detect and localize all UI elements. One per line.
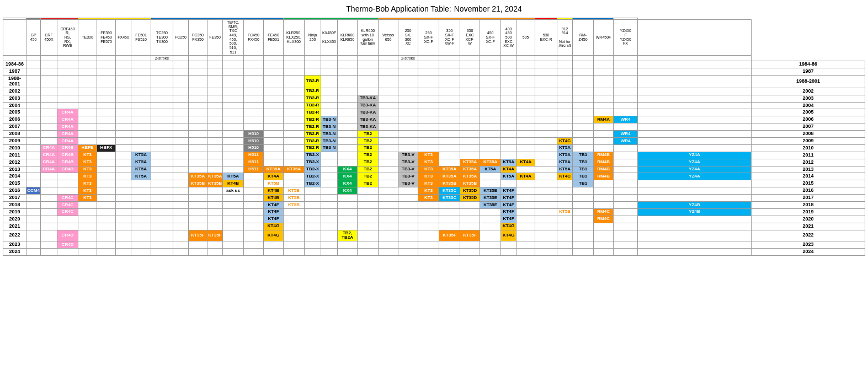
cell-ktm450sxf [501,137,516,144]
cell-klr650tank [379,180,398,187]
year-label-end: 2012 [752,159,865,166]
cell-ccm [26,137,41,144]
cell-tb3v_versys [398,131,418,138]
cell-rmz450 [594,123,614,131]
cell-crf450x [41,102,57,109]
cell-wr450f [614,216,638,223]
cell-fe390 [97,123,116,131]
cell-fe350hq: KT5A [223,173,244,180]
cell-fc250 [173,109,189,116]
cell-fc350hq [207,166,223,173]
cell-tb3v_versys: TB3-V [398,152,418,159]
cell-te449: H510 [244,137,264,144]
cell-ktm350sxf [460,202,480,209]
cell-tb3v_versys [398,102,418,109]
cell-wr450f [614,195,638,202]
cell-rotax: TB1 [573,152,594,159]
table-row: 2020KT4FKT4FRM4C2020 [3,216,865,223]
cell-fx450 [116,202,131,209]
cell-ktm250sxf [439,202,460,209]
table-row: 2002TB2-R2002 [3,88,865,95]
cell-fe350hq [223,159,244,166]
cell-klr250: TB2-X [305,152,321,159]
col-fc250: FC250 [173,20,189,56]
cell-fc350hq: KT35B [207,180,223,187]
cell-ktm400exc [516,195,535,202]
cell-rotax [573,187,594,195]
cell-fc250 [173,61,189,68]
cell-fc450hq [264,249,284,256]
cell-crf450x: CR4A [41,159,57,166]
cell-fc450hq [264,123,284,131]
cell-klr650tank [379,249,398,256]
cell-ktm400exc: KT4A [516,159,535,166]
cell-ccm [26,144,41,152]
cell-ktm250sxf [439,109,460,116]
cell-te300: HBFE [78,144,97,152]
cell-crf450x: CR4A [41,166,57,173]
cell-tc250 [151,223,173,230]
cell-klr650tank [379,187,398,195]
cell-kx450f: KX4 [338,180,358,187]
cell-klr600: TB2 [358,144,379,152]
cell-fe390 [97,202,116,209]
table-row: 2011CR4ACR4BKT3KT5AH511TB2-XTB2TB3-VKT3K… [3,152,865,159]
cell-fc250hq [189,159,207,166]
cell-ktm250sx [418,95,439,102]
cell-crf450r [57,75,78,88]
col-klr600: KLR600KLR650 [338,20,358,56]
cell-crf450r: CR4B [57,152,78,159]
cell-fe501 [131,61,151,68]
cell-ktm350exc [480,180,501,187]
cell-rotax [573,68,594,76]
cell-ktm400exc [516,102,535,109]
cell-rmz450 [594,131,614,138]
cell-fc250 [173,75,189,88]
cell-tb3v_versys: TB3-V [398,180,418,187]
table-row: 2008CR4AH510TB2-RTB3-NTB2WR42008 [3,131,865,138]
cell-tc250 [151,216,173,223]
cell-fx450 [116,152,131,159]
cell-crf450x [41,109,57,116]
cell-klr600: TB2 [358,166,379,173]
cell-kx450f: KX4 [338,166,358,173]
cell-tc250 [151,116,173,123]
cell-kx450f [338,152,358,159]
cell-tb3n_ninja [321,159,338,166]
cell-klr600: TB2 [358,131,379,138]
cell-ktm350exc [480,241,501,249]
cell-fe450hq [284,131,305,138]
cell-yz450f [638,75,752,88]
cell-ktm350sxf [460,216,480,223]
cell-ktm530excr: KT4C [557,137,573,144]
cell-ktm530excr [557,68,573,76]
cell-tb3n_ninja [321,187,338,195]
cell-ktm350exc [480,173,501,180]
cell-ktm350sxf [460,123,480,131]
cell-fe501 [131,109,151,116]
cell-klr600: TB2 [358,180,379,187]
cell-ktm250sxf [439,75,460,88]
cell-crf450r: CR4B [57,159,78,166]
cell-ktm250sxf: KT35F [439,230,460,241]
cell-fc250hq [189,123,207,131]
cell-rotax [573,208,594,216]
cell-yz450f [638,180,752,187]
cell-ccm [26,241,41,249]
cell-tb3n_ninja [321,173,338,180]
col-gp450: GP450 [26,20,41,56]
cell-fe450hq [284,152,305,159]
cell-tc250 [151,95,173,102]
cell-klr600: TB3-KA [358,102,379,109]
cell-rmz450: RM4C [594,216,614,223]
cell-klr600 [358,75,379,88]
cell-fe501: KT5A [131,159,151,166]
cell-fc250 [173,202,189,209]
col-fc450: FC450FX450 [244,20,264,56]
cell-klr250 [305,61,321,68]
cell-ktm250sx [418,88,439,95]
cell-yz450f: YZ4A [638,159,752,166]
year-label-end: 2018 [752,202,865,209]
cell-crf450x [41,131,57,138]
cell-fe390 [97,230,116,241]
